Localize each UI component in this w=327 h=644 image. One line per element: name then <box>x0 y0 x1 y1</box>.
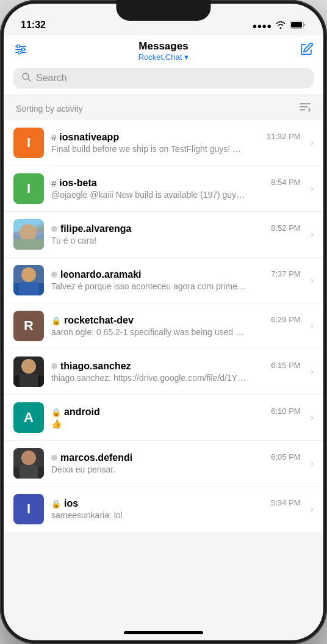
chat-name: ios-beta <box>59 178 96 189</box>
status-icons: ●●●● <box>253 21 306 31</box>
chevron-right-icon: › <box>311 275 314 286</box>
chat-content: thiago.sanchez 6:15 PM thiago.sanchez: h… <box>51 361 301 383</box>
svg-rect-1 <box>291 22 302 27</box>
signal-icon: ●●●● <box>253 21 271 31</box>
chat-content: # iosnativeapp 11:32 PM Final build befo… <box>51 132 301 154</box>
phone-screen: 11:32 ●●●● <box>4 4 323 640</box>
avatar <box>13 448 44 479</box>
nav-subtitle-text: Rocket.Chat <box>138 52 182 62</box>
compose-icon[interactable] <box>299 42 314 60</box>
list-item[interactable]: I # ios-beta 8:54 PM @ojaegle @kaiii New… <box>4 166 323 212</box>
chat-preview: Final build before we ship is on TestFli… <box>51 144 246 154</box>
list-item[interactable]: leonardo.aramaki 7:37 PM Talvez é porque… <box>4 258 323 303</box>
status-dot-offline <box>51 226 57 232</box>
avatar <box>13 219 44 250</box>
chevron-right-icon: › <box>311 458 314 469</box>
chevron-right-icon: › <box>311 366 314 377</box>
chat-list: I # iosnativeapp 11:32 PM Final build be… <box>4 120 323 532</box>
sort-icon[interactable] <box>299 101 311 115</box>
search-placeholder: Search <box>36 73 67 84</box>
chat-name-row: 🔒 rocketchat-dev <box>51 315 134 326</box>
chat-name-row: filipe.alvarenga <box>51 223 132 234</box>
chevron-right-icon: › <box>311 137 314 148</box>
avatar <box>13 356 44 387</box>
home-indicator <box>124 631 203 634</box>
nav-subtitle[interactable]: Rocket.Chat ▾ <box>138 52 189 62</box>
chat-preview: Deixa eu pensar. <box>51 465 246 474</box>
chat-header: filipe.alvarenga 8:52 PM <box>51 223 301 234</box>
chat-time: 11:32 PM <box>267 132 301 141</box>
search-bar[interactable]: Search <box>13 68 314 89</box>
chat-name-row: marcos.defendi <box>51 452 132 463</box>
list-item[interactable]: filipe.alvarenga 8:52 PM Tu é o cara! › <box>4 212 323 258</box>
chat-name: ios <box>64 498 78 509</box>
filter-icon[interactable] <box>13 42 28 60</box>
list-item[interactable]: I # iosnativeapp 11:32 PM Final build be… <box>4 120 323 166</box>
svg-point-7 <box>18 51 21 54</box>
svg-point-6 <box>22 48 25 51</box>
chat-preview: 👍 <box>51 419 246 429</box>
chat-time: 6:29 PM <box>271 315 300 324</box>
chat-header: 🔒 ios 5:34 PM <box>51 498 301 509</box>
chat-time: 7:37 PM <box>271 269 300 278</box>
sort-label: Sorting by activity <box>16 104 83 114</box>
avatar: I <box>13 494 44 524</box>
chat-header: # ios-beta 8:54 PM <box>51 178 301 189</box>
avatar: R <box>13 311 44 341</box>
chat-name-row: leonardo.aramaki <box>51 269 142 280</box>
chat-time: 6:15 PM <box>271 361 300 370</box>
chat-name: rocketchat-dev <box>64 315 134 326</box>
lock-icon: 🔒 <box>51 408 61 417</box>
lock-icon: 🔒 <box>51 316 61 325</box>
avatar <box>13 265 44 295</box>
chat-header: 🔒 rocketchat-dev 6:29 PM <box>51 315 301 326</box>
search-icon <box>22 73 31 84</box>
avatar: A <box>13 402 44 433</box>
chevron-right-icon: › <box>311 183 314 194</box>
chat-preview: aaron.ogle: 0.65.2-1 specifically was be… <box>51 327 246 337</box>
wifi-icon <box>275 21 286 31</box>
chat-content: # ios-beta 8:54 PM @ojaegle @kaiii New b… <box>51 178 301 200</box>
svg-line-9 <box>28 79 31 81</box>
chat-name-row: thiago.sanchez <box>51 361 131 372</box>
chat-header: # iosnativeapp 11:32 PM <box>51 132 301 143</box>
chevron-down-icon: ▾ <box>184 52 189 62</box>
chat-name: iosnativeapp <box>59 132 119 143</box>
chat-content: 🔒 android 6:10 PM 👍 <box>51 407 301 429</box>
list-item[interactable]: I 🔒 ios 5:34 PM sameesunkaria: lol › <box>4 487 323 532</box>
chat-time: 8:54 PM <box>271 178 300 187</box>
battery-icon <box>290 21 306 31</box>
list-item[interactable]: R 🔒 rocketchat-dev 6:29 PM aaron.ogle: 0… <box>4 303 323 349</box>
chat-name-row: 🔒 ios <box>51 498 78 509</box>
avatar: I <box>13 128 44 158</box>
chat-content: 🔒 rocketchat-dev 6:29 PM aaron.ogle: 0.6… <box>51 315 301 337</box>
chat-preview: Talvez é porque isso aconteceu agora com… <box>51 281 246 291</box>
chat-name-row: 🔒 android <box>51 407 100 418</box>
chat-header: leonardo.aramaki 7:37 PM <box>51 269 301 280</box>
chevron-right-icon: › <box>311 229 314 240</box>
page-title: Messages <box>138 40 188 52</box>
chat-name: thiago.sanchez <box>60 361 131 372</box>
list-item[interactable]: A 🔒 android 6:10 PM 👍 › <box>4 395 323 441</box>
svg-point-5 <box>17 45 20 48</box>
chat-time: 6:05 PM <box>271 452 300 461</box>
chat-header: thiago.sanchez 6:15 PM <box>51 361 301 372</box>
status-dot-offline <box>51 363 57 369</box>
chat-content: leonardo.aramaki 7:37 PM Talvez é porque… <box>51 269 301 291</box>
status-dot-offline <box>51 455 57 461</box>
chevron-right-icon: › <box>311 504 314 515</box>
chat-time: 6:10 PM <box>271 407 300 416</box>
list-item[interactable]: marcos.defendi 6:05 PM Deixa eu pensar. … <box>4 441 323 487</box>
chat-name: marcos.defendi <box>60 452 132 463</box>
chat-content: 🔒 ios 5:34 PM sameesunkaria: lol <box>51 498 301 520</box>
lock-icon: 🔒 <box>51 499 61 508</box>
chevron-right-icon: › <box>311 412 314 423</box>
chevron-right-icon: › <box>311 320 314 331</box>
list-item[interactable]: thiago.sanchez 6:15 PM thiago.sanchez: h… <box>4 349 323 395</box>
phone-frame: 11:32 ●●●● <box>0 0 327 644</box>
chat-preview: thiago.sanchez: https://drive.google.com… <box>51 373 246 383</box>
notch <box>117 0 211 21</box>
status-dot-offline <box>51 272 57 278</box>
sort-bar: Sorting by activity <box>4 95 323 120</box>
chat-header: marcos.defendi 6:05 PM <box>51 452 301 463</box>
